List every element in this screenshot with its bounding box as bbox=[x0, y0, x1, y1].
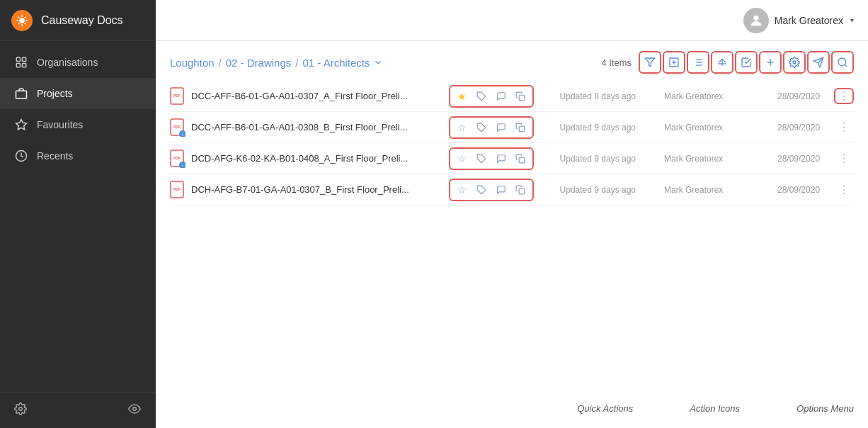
sidebar-nav: Organisations Projects Favourites bbox=[0, 41, 156, 392]
star-action-icon[interactable]: ☆ bbox=[455, 120, 470, 135]
sidebar-header: Causeway Docs bbox=[0, 0, 156, 41]
toolbar-settings-icon bbox=[789, 57, 800, 68]
quick-actions: ☆ bbox=[449, 116, 534, 139]
settings-icon[interactable] bbox=[14, 402, 27, 418]
comment-action-icon[interactable] bbox=[493, 182, 509, 198]
copy-action-icon[interactable] bbox=[513, 182, 529, 198]
copy-action-icon[interactable] bbox=[513, 151, 529, 167]
export-button[interactable] bbox=[663, 51, 685, 74]
copy-action-icon[interactable] bbox=[513, 120, 529, 135]
file-updated: Updated 9 days ago bbox=[537, 185, 636, 195]
app-logo[interactable] bbox=[11, 10, 33, 31]
breadcrumb-drawings[interactable]: 02 - Drawings bbox=[226, 57, 292, 69]
file-date: 28/09/2020 bbox=[777, 91, 834, 101]
pdf-file-icon: PDF i bbox=[170, 118, 185, 137]
content-header: Loughton / 02 - Drawings / 01 - Architec… bbox=[156, 41, 868, 81]
projects-icon bbox=[14, 86, 28, 101]
search-icon bbox=[837, 57, 848, 68]
file-author: Mark Greatorex bbox=[664, 91, 749, 101]
breadcrumb-current[interactable]: 01 - Architects bbox=[302, 57, 382, 69]
star-action-icon[interactable]: ★ bbox=[455, 89, 470, 104]
svg-rect-45 bbox=[520, 126, 525, 132]
add-icon bbox=[765, 57, 776, 68]
sidebar-footer bbox=[0, 392, 156, 428]
sidebar: Causeway Docs Organisations bbox=[0, 0, 156, 428]
sidebar-item-organisations[interactable]: Organisations bbox=[0, 47, 156, 78]
svg-marker-14 bbox=[16, 120, 27, 130]
file-author: Mark Greatorex bbox=[664, 154, 749, 164]
sidebar-item-favourites[interactable]: Favourites bbox=[0, 109, 156, 140]
eye-icon[interactable] bbox=[127, 402, 142, 418]
svg-line-7 bbox=[25, 16, 26, 18]
share-button[interactable] bbox=[807, 51, 830, 74]
comment-action-icon[interactable] bbox=[493, 151, 509, 167]
pdf-file-icon: PDF i bbox=[170, 150, 185, 168]
filter-button[interactable] bbox=[639, 51, 661, 74]
user-menu[interactable]: Mark Greatorex ▾ bbox=[743, 8, 854, 33]
sidebar-item-projects[interactable]: Projects bbox=[0, 78, 156, 109]
options-menu-button[interactable]: ⋮ bbox=[834, 120, 854, 134]
breadcrumb-loughton[interactable]: Loughton bbox=[170, 57, 215, 69]
organisations-icon bbox=[14, 55, 28, 69]
clock-icon bbox=[14, 149, 28, 163]
file-name: DCH-AFG-B7-01-GA-A01-0307_B_First Floor_… bbox=[191, 184, 446, 195]
user-chevron-icon: ▾ bbox=[850, 16, 854, 24]
svg-point-31 bbox=[793, 61, 796, 64]
star-icon bbox=[14, 118, 28, 132]
comment-action-icon[interactable] bbox=[493, 120, 509, 135]
svg-text:PDF: PDF bbox=[173, 94, 181, 98]
tag-action-icon[interactable] bbox=[474, 182, 490, 198]
svg-point-17 bbox=[133, 407, 137, 411]
svg-rect-12 bbox=[23, 64, 26, 67]
list-view-button[interactable] bbox=[687, 51, 709, 74]
sidebar-item-recents[interactable]: Recents bbox=[0, 140, 156, 171]
breadcrumb-sep-1: / bbox=[219, 57, 222, 69]
table-row[interactable]: PDF DCC-AFF-B6-01-GA-A01-0307_A_First Fl… bbox=[170, 81, 854, 112]
file-updated: Updated 9 days ago bbox=[537, 154, 636, 164]
toolbar-settings-button[interactable] bbox=[783, 51, 806, 74]
file-name: DCD-AFG-K6-02-KA-B01-0408_A_First Floor_… bbox=[191, 153, 446, 164]
options-menu-button[interactable]: ⋮ bbox=[834, 88, 854, 104]
toolbar-area: 4 Items bbox=[601, 51, 854, 74]
options-menu-button[interactable]: ⋮ bbox=[834, 183, 854, 196]
file-pdf-icon: PDF i bbox=[170, 118, 191, 137]
file-meta: Updated 9 days ago Mark Greatorex 28/09/… bbox=[537, 154, 834, 164]
file-author: Mark Greatorex bbox=[664, 185, 749, 195]
search-button[interactable] bbox=[831, 51, 854, 74]
file-pdf-icon: PDF bbox=[170, 181, 191, 199]
sort-button[interactable] bbox=[711, 51, 733, 74]
table-row[interactable]: PDF i DCC-AFF-B6-01-GA-A01-0308_B_First … bbox=[170, 112, 854, 143]
copy-action-icon[interactable] bbox=[513, 89, 529, 104]
table-row[interactable]: PDF i DCD-AFG-K6-02-KA-B01-0408_A_First … bbox=[170, 143, 854, 174]
sort-icon bbox=[716, 57, 728, 68]
table-row[interactable]: PDF DCH-AFG-B7-01-GA-A01-0307_B_First Fl… bbox=[170, 174, 854, 205]
tag-action-icon[interactable] bbox=[474, 89, 490, 104]
file-list: PDF DCC-AFF-B6-01-GA-A01-0307_A_First Fl… bbox=[156, 81, 868, 389]
file-date: 28/09/2020 bbox=[777, 185, 834, 195]
svg-rect-9 bbox=[16, 57, 20, 61]
filter-icon bbox=[644, 57, 656, 68]
tag-action-icon[interactable] bbox=[474, 151, 490, 167]
star-action-icon[interactable]: ☆ bbox=[455, 182, 470, 198]
options-menu-button[interactable]: ⋮ bbox=[834, 152, 854, 165]
file-date: 28/09/2020 bbox=[777, 123, 834, 133]
file-meta: Updated 9 days ago Mark Greatorex 28/09/… bbox=[537, 123, 834, 133]
svg-line-8 bbox=[18, 23, 20, 24]
list-icon bbox=[692, 57, 704, 68]
select-button[interactable] bbox=[735, 51, 758, 74]
quick-actions: ☆ bbox=[449, 179, 534, 201]
topbar: Mark Greatorex ▾ bbox=[156, 0, 868, 41]
star-action-icon[interactable]: ☆ bbox=[455, 151, 470, 167]
file-date: 28/09/2020 bbox=[777, 154, 834, 164]
add-button[interactable] bbox=[759, 51, 782, 74]
toolbar bbox=[639, 51, 854, 74]
user-name: Mark Greatorex bbox=[775, 15, 843, 26]
breadcrumb-sep-2: / bbox=[295, 57, 298, 69]
svg-rect-55 bbox=[520, 188, 525, 194]
pdf-file-icon: PDF bbox=[170, 181, 185, 199]
svg-text:PDF: PDF bbox=[173, 156, 181, 160]
quick-actions: ☆ bbox=[449, 147, 534, 170]
tag-action-icon[interactable] bbox=[474, 120, 490, 135]
svg-point-34 bbox=[838, 58, 846, 66]
comment-action-icon[interactable] bbox=[493, 89, 509, 104]
